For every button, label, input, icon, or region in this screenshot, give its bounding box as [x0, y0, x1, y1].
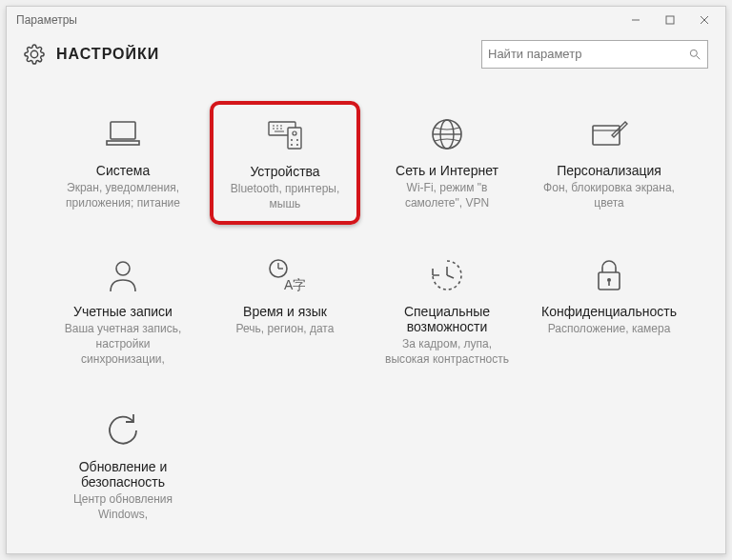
- tile-system[interactable]: Система Экран, уведомления, приложения; …: [48, 101, 198, 225]
- laptop-icon: [54, 113, 192, 155]
- tile-desc: Ваша учетная запись, настройки синхрониз…: [54, 321, 192, 368]
- tile-desc: Wi-Fi, режим "в самолете", VPN: [378, 180, 516, 210]
- ease-of-access-icon: [378, 254, 516, 296]
- svg-line-33: [447, 275, 454, 278]
- globe-icon: [378, 113, 516, 155]
- time-language-icon: A字: [216, 254, 354, 296]
- tile-desc: Bluetooth, принтеры, мышь: [217, 181, 353, 211]
- svg-line-5: [697, 55, 701, 59]
- tile-accounts[interactable]: Учетные записи Ваша учетная запись, наст…: [48, 242, 198, 380]
- tile-desc: Экран, уведомления, приложения; питание: [54, 180, 192, 210]
- close-button[interactable]: [687, 7, 722, 33]
- search-input[interactable]: [488, 47, 688, 61]
- tile-title: Персонализация: [540, 163, 678, 178]
- tile-network[interactable]: Сеть и Интернет Wi-Fi, режим "в самолете…: [372, 101, 522, 225]
- svg-point-21: [296, 144, 298, 146]
- tile-title: Система: [54, 163, 192, 178]
- minimize-button[interactable]: [619, 7, 653, 33]
- svg-rect-7: [107, 141, 139, 145]
- svg-point-19: [296, 139, 298, 141]
- settings-window: Параметры НАСТРОЙКИ Сис: [6, 6, 726, 554]
- svg-point-20: [291, 144, 293, 146]
- svg-text:A字: A字: [284, 277, 305, 292]
- titlebar: Параметры: [7, 7, 725, 34]
- personalization-icon: [540, 113, 678, 155]
- svg-point-18: [291, 139, 293, 141]
- maximize-button[interactable]: [653, 7, 687, 33]
- header: НАСТРОЙКИ: [7, 34, 725, 82]
- svg-rect-16: [288, 128, 301, 149]
- tile-title: Сеть и Интернет: [378, 163, 516, 178]
- tile-personalization[interactable]: Персонализация Фон, блокировка экрана, ц…: [534, 101, 684, 225]
- tile-title: Конфиденциальность: [540, 304, 678, 319]
- gear-icon: [24, 44, 45, 65]
- tile-desc: За кадром, лупа, высокая контрастность: [378, 336, 516, 367]
- svg-point-27: [116, 262, 130, 275]
- tile-title: Обновление и безопасность: [54, 459, 192, 490]
- tile-privacy[interactable]: Конфиденциальность Расположение, камера: [534, 242, 684, 380]
- lock-icon: [540, 254, 678, 296]
- tile-desc: Фон, блокировка экрана, цвета: [540, 180, 678, 210]
- tile-devices[interactable]: Устройства Bluetooth, принтеры, мышь: [210, 101, 360, 225]
- person-icon: [54, 254, 192, 296]
- page-title: НАСТРОЙКИ: [56, 46, 481, 63]
- tile-update-security[interactable]: Обновление и безопасность Центр обновлен…: [48, 397, 198, 534]
- maximize-icon: [665, 15, 675, 25]
- svg-rect-6: [111, 122, 135, 139]
- search-icon: [688, 48, 702, 61]
- tile-title: Устройства: [217, 164, 353, 179]
- tile-desc: Расположение, камера: [540, 321, 678, 336]
- tile-desc: Центр обновления Windows,: [54, 491, 192, 522]
- svg-point-35: [607, 278, 611, 282]
- tile-time-language[interactable]: A字 Время и язык Речь, регион, дата: [210, 242, 360, 380]
- tile-ease-of-access[interactable]: Специальные возможности За кадром, лупа,…: [372, 242, 522, 380]
- update-icon: [54, 410, 192, 451]
- minimize-icon: [631, 15, 640, 25]
- svg-point-4: [690, 50, 697, 56]
- window-title: Параметры: [16, 13, 619, 27]
- close-icon: [700, 15, 709, 25]
- svg-rect-1: [666, 16, 674, 24]
- tile-desc: Речь, регион, дата: [216, 321, 354, 336]
- tile-title: Время и язык: [216, 304, 354, 319]
- settings-grid: Система Экран, уведомления, приложения; …: [7, 82, 725, 553]
- devices-icon: [217, 114, 353, 156]
- search-box[interactable]: [481, 40, 708, 69]
- tile-title: Учетные записи: [54, 304, 192, 319]
- tile-title: Специальные возможности: [378, 304, 516, 334]
